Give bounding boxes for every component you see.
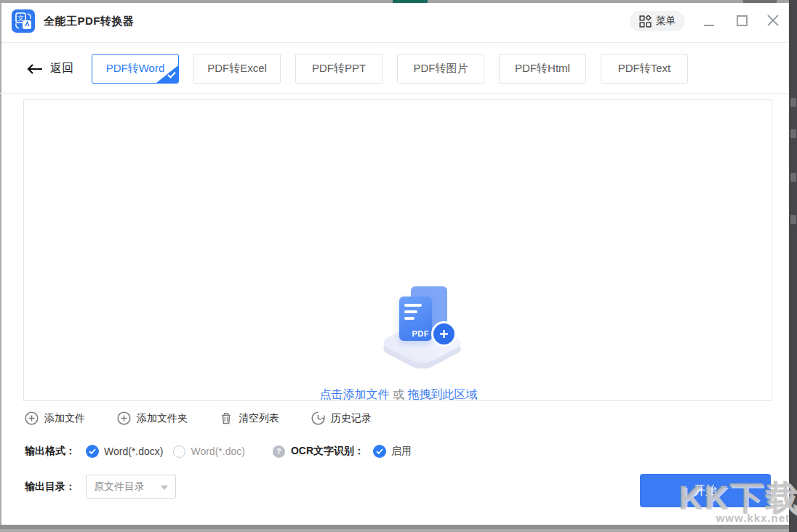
back-button[interactable]: 返回 bbox=[26, 61, 73, 76]
list-toolbar: 添加文件 添加文件夹 清空列表 bbox=[25, 411, 372, 425]
click-to-add-link[interactable]: 点击添加文件 bbox=[320, 388, 390, 400]
radio-word-doc[interactable]: Word(*.doc) bbox=[173, 446, 244, 458]
output-dir-select[interactable]: 原文件目录 bbox=[86, 475, 176, 499]
text-line bbox=[404, 304, 422, 307]
ocr-label: OCR文字识别： bbox=[291, 445, 364, 458]
clear-list-button[interactable]: 清空列表 bbox=[220, 411, 279, 425]
selected-corner bbox=[156, 65, 178, 83]
tab-label: PDF转Html bbox=[515, 62, 570, 76]
background-artifact bbox=[790, 129, 796, 138]
radio-label: Word(*.docx) bbox=[104, 446, 163, 457]
radio-checked-icon bbox=[86, 445, 99, 458]
tab-pdf-to-image[interactable]: PDF转图片 bbox=[397, 54, 484, 84]
back-label: 返回 bbox=[50, 61, 73, 76]
background-behind-window bbox=[789, 0, 797, 532]
history-label: 历史记录 bbox=[331, 412, 372, 425]
add-plus-icon bbox=[433, 323, 454, 344]
ocr-help[interactable]: ? bbox=[273, 446, 285, 458]
dropzone-hint: 点击添加文件 或 拖拽到此区域 bbox=[24, 387, 773, 403]
menu-button[interactable]: 菜单 bbox=[630, 11, 685, 31]
output-dir-row: 输出目录： 原文件目录 bbox=[25, 475, 176, 499]
svg-text:文: 文 bbox=[17, 15, 24, 22]
pdf-label: PDF bbox=[412, 329, 430, 338]
title-bar: 文 全能王PDF转换器 菜单 bbox=[1, 3, 789, 43]
app-logo-icon: 文 bbox=[12, 9, 35, 33]
plus-circle-icon bbox=[25, 411, 39, 425]
file-drop-zone[interactable]: PDF 点击添加文件 或 拖拽到此区域 bbox=[23, 99, 772, 401]
trash-icon bbox=[220, 411, 233, 425]
window-bottom-border bbox=[0, 529, 789, 532]
text-line bbox=[404, 317, 414, 320]
tab-label: PDF转图片 bbox=[414, 62, 468, 76]
output-dir-value: 原文件目录 bbox=[94, 480, 145, 493]
add-folder-label: 添加文件夹 bbox=[137, 412, 188, 425]
app-window: 文 全能王PDF转换器 菜单 bbox=[0, 0, 797, 532]
back-arrow-icon bbox=[26, 63, 44, 75]
minimize-button[interactable] bbox=[704, 25, 714, 26]
text-line bbox=[404, 310, 417, 313]
menu-button-label: 菜单 bbox=[656, 15, 676, 28]
output-format-row: 输出格式： Word(*.docx) Word(*.doc) ? OCR文字识别… bbox=[25, 445, 412, 458]
add-file-label: 添加文件 bbox=[44, 412, 85, 425]
watermark-url: www.kkx.net bbox=[716, 512, 790, 524]
history-clock-icon bbox=[311, 411, 325, 425]
close-button[interactable] bbox=[765, 12, 781, 28]
grid-menu-icon bbox=[639, 15, 652, 28]
tab-pdf-to-ppt[interactable]: PDF转PPT bbox=[295, 54, 383, 84]
drag-here-text: 拖拽到此区域 bbox=[407, 388, 477, 400]
ocr-enable-checkbox[interactable]: 启用 bbox=[373, 445, 412, 458]
tabs-divider bbox=[0, 93, 789, 94]
maximize-button[interactable] bbox=[737, 15, 748, 26]
tab-label: PDF转PPT bbox=[312, 62, 366, 76]
history-button[interactable]: 历史记录 bbox=[311, 411, 372, 425]
tab-label: PDF转Text bbox=[618, 62, 671, 76]
background-artifact bbox=[790, 173, 796, 182]
check-icon bbox=[167, 71, 176, 78]
output-dir-label: 输出目录： bbox=[25, 480, 76, 493]
plus-circle-icon bbox=[117, 411, 131, 425]
tab-pdf-to-html[interactable]: PDF转Html bbox=[499, 54, 586, 84]
radio-word-docx[interactable]: Word(*.docx) bbox=[86, 445, 163, 458]
pdf-documents-icon: PDF bbox=[377, 283, 468, 374]
tab-pdf-to-text[interactable]: PDF转Text bbox=[601, 54, 688, 84]
tab-label: PDF转Excel bbox=[207, 62, 267, 76]
window-left-border bbox=[0, 3, 1, 525]
ocr-enabled-label: 启用 bbox=[391, 445, 412, 458]
tab-pdf-to-excel[interactable]: PDF转Excel bbox=[193, 54, 281, 84]
radio-label: Word(*.doc) bbox=[191, 446, 244, 457]
background-artifact bbox=[790, 98, 796, 107]
output-format-label: 输出格式： bbox=[25, 445, 76, 458]
document-page-front: PDF bbox=[399, 297, 432, 341]
clear-list-label: 清空列表 bbox=[239, 412, 279, 425]
checkbox-checked-icon bbox=[373, 445, 386, 458]
radio-unchecked-icon bbox=[173, 446, 185, 458]
hint-or-text: 或 bbox=[390, 388, 408, 400]
app-title: 全能王PDF转换器 bbox=[44, 15, 135, 28]
chevron-down-icon bbox=[161, 485, 168, 490]
add-folder-button[interactable]: 添加文件夹 bbox=[117, 411, 188, 425]
add-file-button[interactable]: 添加文件 bbox=[25, 411, 85, 425]
background-artifact bbox=[790, 215, 796, 224]
question-icon[interactable]: ? bbox=[273, 446, 285, 458]
tab-pdf-to-word[interactable]: PDF转Word bbox=[92, 54, 179, 84]
close-icon bbox=[765, 12, 781, 28]
